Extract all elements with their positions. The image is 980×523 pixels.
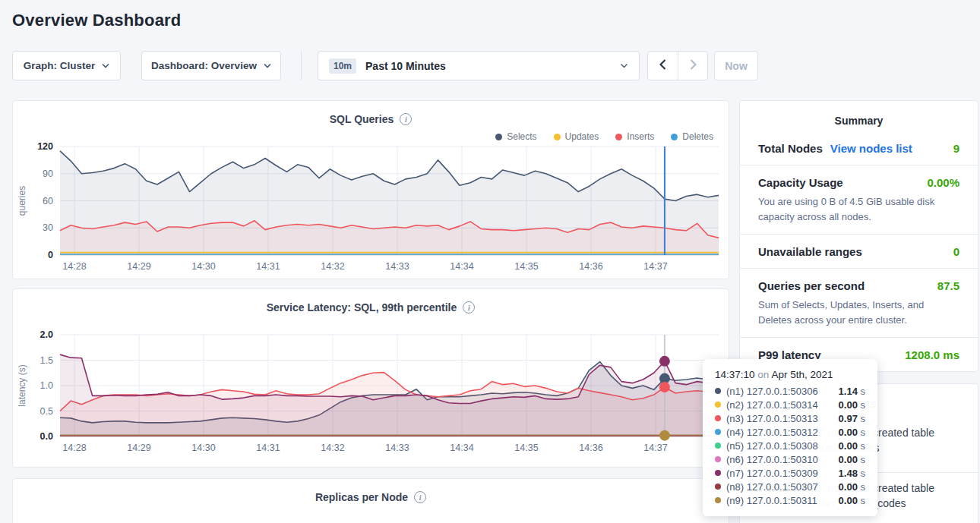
info-icon[interactable]: i <box>414 491 426 503</box>
node-address: (n1) 127.0.0.1:50306 <box>726 386 818 397</box>
tooltip-row: (n6) 127.0.0.1:503100.00 s <box>715 452 865 466</box>
row-label: Queries per second <box>758 279 865 292</box>
y-axis-label: latency (s) <box>17 364 27 406</box>
x-tick-label: 14:28 <box>62 443 86 453</box>
row-subtext: Sum of Selects, Updates, Inserts, and De… <box>758 298 959 327</box>
x-tick-label: 14:36 <box>579 443 602 453</box>
x-tick-label: 14:37 <box>643 443 667 453</box>
chevron-down-icon <box>102 63 109 68</box>
x-tick-label: 14:35 <box>514 443 538 453</box>
chart-title: Service Latency: SQL, 99th percentile <box>267 301 457 313</box>
time-range-label: Past 10 Minutes <box>365 60 446 72</box>
legend-dot <box>495 134 502 140</box>
nodes-list-link[interactable]: View nodes list <box>830 142 912 155</box>
now-button-label: Now <box>725 60 748 72</box>
node-value: 0.00 s <box>839 454 865 465</box>
summary-title: Summary <box>740 101 978 131</box>
node-color-dot <box>715 456 721 462</box>
y-tick-label: 0.0 <box>40 431 53 442</box>
summary-row-capacity: Capacity Usage 0.00% You are using 0 B o… <box>740 165 978 235</box>
row-value: 9 <box>953 142 959 155</box>
node-address: (n8) 127.0.0.1:50307 <box>726 481 818 493</box>
next-time-button[interactable] <box>678 52 707 80</box>
chart-title: SQL Queries <box>330 113 394 125</box>
row-value: 0 <box>953 245 959 258</box>
node-value: 0.00 s <box>839 481 865 493</box>
node-color-dot <box>715 402 721 408</box>
y-tick-label: 2.0 <box>40 329 53 340</box>
tooltip-row: (n7) 127.0.0.1:503091.48 s <box>715 466 865 480</box>
legend-dot <box>554 134 561 140</box>
latency-panel: Service Latency: SQL, 99th percentile i … <box>12 288 729 468</box>
node-value: 0.00 s <box>839 399 865 411</box>
tooltip-row: (n5) 127.0.0.1:503080.00 s <box>715 439 865 452</box>
row-value: 87.5 <box>937 279 959 292</box>
x-tick-label: 14:33 <box>385 443 409 453</box>
y-tick-label: 1.0 <box>40 380 53 391</box>
sql-queries-chart[interactable]: 14:2814:2914:3014:3114:3214:3314:3414:35… <box>13 140 729 276</box>
chevron-right-icon <box>690 59 697 73</box>
x-tick-label: 14:36 <box>579 261 602 272</box>
tooltip-connector: on <box>757 369 769 380</box>
x-tick-label: 14:32 <box>321 261 344 272</box>
row-label: Unavailable ranges <box>758 245 862 258</box>
summary-panel: Summary Total Nodes View nodes list 9 Ca… <box>739 100 978 372</box>
node-value: 0.00 s <box>839 427 865 438</box>
hover-dot <box>659 430 670 441</box>
legend-dot <box>615 134 622 140</box>
time-range-selector[interactable]: 10m Past 10 Minutes <box>318 51 640 80</box>
node-color-dot <box>715 443 721 449</box>
dashboard-dropdown[interactable]: Dashboard: Overview <box>141 51 281 80</box>
row-label: Capacity Usage <box>758 176 843 189</box>
node-color-dot <box>715 429 721 435</box>
x-tick-label: 14:34 <box>450 261 473 272</box>
chevron-down-icon <box>264 63 271 68</box>
y-tick-label: 1.5 <box>40 355 53 366</box>
graph-dropdown[interactable]: Graph: Cluster <box>12 51 121 80</box>
node-value: 0.97 s <box>839 413 865 424</box>
node-address: (n4) 127.0.0.1:50312 <box>726 427 818 438</box>
row-value: 1208.0 ms <box>905 348 959 361</box>
tooltip-row: (n9) 127.0.0.1:503110.00 s <box>715 493 865 507</box>
latency-chart[interactable]: 14:2814:2914:3014:3114:3214:3314:3414:35… <box>13 324 729 459</box>
chart-title: Replicas per Node <box>315 491 408 503</box>
x-tick-label: 14:29 <box>127 443 150 453</box>
node-address: (n5) 127.0.0.1:50308 <box>726 440 818 452</box>
tooltip-row: (n1) 127.0.0.1:503061.14 s <box>715 384 865 398</box>
toolbar-divider <box>301 51 302 80</box>
y-tick-label: 0.5 <box>40 406 53 417</box>
tooltip-time: 14:37:10 <box>715 369 755 380</box>
node-address: (n7) 127.0.0.1:50309 <box>726 468 818 479</box>
now-button[interactable]: Now <box>714 51 758 80</box>
node-color-dot <box>715 388 721 394</box>
summary-row-total-nodes: Total Nodes View nodes list 9 <box>740 131 978 165</box>
x-tick-label: 14:29 <box>127 261 150 272</box>
x-tick-label: 14:37 <box>643 261 667 272</box>
x-tick-label: 14:32 <box>321 443 344 453</box>
tooltip-row: (n4) 127.0.0.1:503120.00 s <box>715 425 865 439</box>
node-value: 1.48 s <box>839 468 865 479</box>
sql-queries-panel: SQL Queries i SelectsUpdatesInsertsDelet… <box>12 100 729 279</box>
row-value: 0.00% <box>927 176 959 189</box>
node-address: (n3) 127.0.0.1:50313 <box>726 413 818 424</box>
node-value: 1.14 s <box>839 386 865 397</box>
node-value: 0.00 s <box>839 440 865 452</box>
prev-time-button[interactable] <box>648 52 678 80</box>
y-tick-label: 90 <box>43 169 53 179</box>
x-tick-label: 14:35 <box>514 261 538 272</box>
info-icon[interactable]: i <box>400 113 412 125</box>
y-tick-label: 0 <box>48 250 53 260</box>
replicas-panel: Replicas per Node i <box>12 478 729 523</box>
dashboard-dropdown-label: Dashboard: Overview <box>151 60 257 71</box>
chevron-down-icon <box>620 63 628 68</box>
tooltip-header: 14:37:10 on Apr 5th, 2021 <box>715 369 865 380</box>
info-icon[interactable]: i <box>463 301 475 313</box>
x-tick-label: 14:30 <box>191 261 215 272</box>
tooltip-row: (n3) 127.0.0.1:503130.97 s <box>715 411 865 425</box>
time-nav-group <box>647 51 708 80</box>
legend-dot <box>671 134 678 140</box>
x-tick-label: 14:28 <box>62 261 86 272</box>
summary-row-qps: Queries per second 87.5 Sum of Selects, … <box>740 269 978 338</box>
y-tick-label: 30 <box>43 222 53 233</box>
time-range-badge: 10m <box>329 58 356 74</box>
